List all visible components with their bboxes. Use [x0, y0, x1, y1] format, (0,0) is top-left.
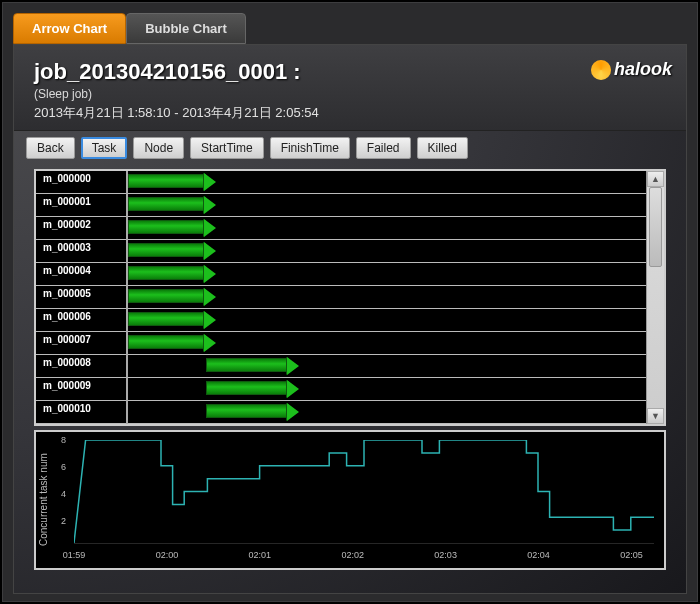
tab-bar: Arrow Chart Bubble Chart [3, 3, 697, 44]
task-row-label[interactable]: m_000008 [36, 355, 126, 378]
task-row[interactable] [128, 217, 646, 240]
task-row-label[interactable]: m_000006 [36, 309, 126, 332]
task-row[interactable] [128, 332, 646, 355]
chart-xtick: 02:02 [341, 550, 364, 566]
main-panel: job_201304210156_0001 : (Sleep job) 2013… [13, 44, 687, 594]
task-row-label[interactable]: m_000000 [36, 171, 126, 194]
arrow-head-icon [204, 311, 216, 329]
tab-bubble-chart[interactable]: Bubble Chart [126, 13, 246, 44]
chart-ytick: 4 [61, 489, 66, 499]
chart-xtick: 02:01 [249, 550, 272, 566]
arrow-head-icon [204, 242, 216, 260]
task-row-label[interactable]: m_000010 [36, 401, 126, 424]
task-row-label[interactable]: m_000003 [36, 240, 126, 263]
logo-text: halook [614, 59, 672, 80]
task-bar[interactable] [128, 220, 206, 234]
chart-xtick: 02:00 [156, 550, 179, 566]
arrow-head-icon [287, 357, 299, 375]
task-bar[interactable] [128, 174, 206, 188]
task-bar[interactable] [128, 289, 206, 303]
job-timespan: 2013年4月21日 1:58:10 - 2013年4月21日 2:05:54 [34, 104, 666, 122]
starttime-button[interactable]: StartTime [190, 137, 264, 159]
task-row-label[interactable]: m_000007 [36, 332, 126, 355]
arrow-head-icon [287, 403, 299, 421]
task-bar[interactable] [128, 243, 206, 257]
chart-ytick: 2 [61, 516, 66, 526]
chart-ytick: 6 [61, 462, 66, 472]
task-row-label[interactable]: m_000004 [36, 263, 126, 286]
arrow-head-icon [204, 196, 216, 214]
task-row-label[interactable]: m_000001 [36, 194, 126, 217]
arrow-head-icon [204, 219, 216, 237]
chart-xtick: 02:03 [434, 550, 457, 566]
task-row[interactable] [128, 171, 646, 194]
task-row[interactable] [128, 263, 646, 286]
tab-arrow-chart[interactable]: Arrow Chart [13, 13, 126, 44]
task-row-label[interactable]: m_000005 [36, 286, 126, 309]
task-row[interactable] [128, 309, 646, 332]
chart-ylabel: Concurrent task num [36, 432, 52, 568]
arrow-head-icon [287, 380, 299, 398]
gantt-row-area [128, 171, 646, 424]
finishtime-button[interactable]: FinishTime [270, 137, 350, 159]
logo: halook [591, 59, 672, 80]
task-row-label[interactable]: m_000002 [36, 217, 126, 240]
scroll-thumb[interactable] [649, 187, 662, 267]
toolbar: Back Task Node StartTime FinishTime Fail… [14, 131, 686, 165]
task-row[interactable] [128, 286, 646, 309]
back-button[interactable]: Back [26, 137, 75, 159]
title-bar: job_201304210156_0001 : (Sleep job) 2013… [14, 45, 686, 131]
arrow-head-icon [204, 265, 216, 283]
chart-yticks: 2468 [52, 432, 70, 568]
task-bar[interactable] [128, 197, 206, 211]
task-row[interactable] [128, 378, 646, 401]
swirl-icon [591, 60, 611, 80]
task-bar[interactable] [206, 381, 289, 395]
failed-button[interactable]: Failed [356, 137, 411, 159]
chart-plot-area [74, 440, 654, 544]
task-row[interactable] [128, 194, 646, 217]
chart-xtick: 02:05 [620, 550, 643, 566]
task-row-label[interactable]: m_000009 [36, 378, 126, 401]
task-row[interactable] [128, 355, 646, 378]
task-bar[interactable] [128, 266, 206, 280]
page-title: job_201304210156_0001 : [34, 59, 666, 85]
chart-xtick: 01:59 [63, 550, 86, 566]
chart-xtick: 02:04 [527, 550, 550, 566]
task-bar[interactable] [206, 404, 289, 418]
scroll-up-button[interactable]: ▲ [647, 171, 664, 187]
chart-ytick: 8 [61, 435, 66, 445]
arrow-head-icon [204, 173, 216, 191]
task-button[interactable]: Task [81, 137, 128, 159]
concurrent-chart: Concurrent task num 2468 01:5902:0002:01… [34, 430, 666, 570]
job-subtitle: (Sleep job) [34, 87, 666, 101]
arrow-head-icon [204, 288, 216, 306]
node-button[interactable]: Node [133, 137, 184, 159]
scrollbar[interactable]: ▲ ▼ [646, 171, 664, 424]
task-row[interactable] [128, 240, 646, 263]
chart-xticks: 01:5902:0002:0102:0202:0302:0402:05 [74, 550, 654, 566]
task-bar[interactable] [206, 358, 289, 372]
task-bar[interactable] [128, 312, 206, 326]
scroll-down-button[interactable]: ▼ [647, 408, 664, 424]
arrow-head-icon [204, 334, 216, 352]
task-row[interactable] [128, 401, 646, 424]
killed-button[interactable]: Killed [417, 137, 468, 159]
gantt-row-labels: m_000000m_000001m_000002m_000003m_000004… [36, 171, 128, 424]
chart-line [74, 440, 654, 543]
gantt-chart: m_000000m_000001m_000002m_000003m_000004… [34, 169, 666, 426]
task-bar[interactable] [128, 335, 206, 349]
